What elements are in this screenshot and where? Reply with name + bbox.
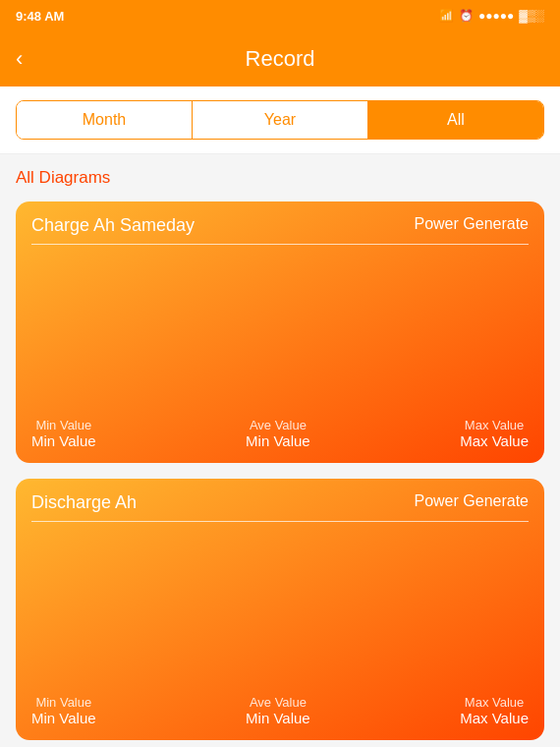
battery-icon: ▓▒░ <box>519 9 544 23</box>
card-header-discharge: Discharge Ah Power Generate <box>31 492 529 522</box>
card-footer-discharge: Min Value Min Value Ave Value Min Value … <box>31 695 529 726</box>
signal-icon: ●●●●● <box>478 9 514 23</box>
stat-min-top-label-discharge: Min Value <box>35 695 91 710</box>
stat-ave-bottom-label-charge: Min Value <box>246 432 310 449</box>
bluetooth-icon: 📶 <box>439 9 454 23</box>
chart-area-charge <box>31 253 529 410</box>
card-header-charge: Charge Ah Sameday Power Generate <box>31 215 529 245</box>
stat-ave-top-label-discharge: Ave Value <box>250 695 307 710</box>
card-subtitle-charge: Power Generate <box>414 215 529 233</box>
segment-all[interactable]: All <box>368 101 543 139</box>
stat-max-top-label-charge: Max Value <box>465 418 524 432</box>
discharge-card: Discharge Ah Power Generate Min Value Mi… <box>16 479 544 740</box>
stat-ave-top-label-charge: Ave Value <box>250 418 307 432</box>
stat-min-top-label-charge: Min Value <box>35 418 91 432</box>
card-footer-charge: Min Value Min Value Ave Value Min Value … <box>31 418 529 449</box>
stat-min-charge: Min Value Min Value <box>31 418 96 449</box>
segment-control: Month Year All <box>16 100 544 140</box>
charge-card: Charge Ah Sameday Power Generate Min Val… <box>16 201 544 463</box>
status-bar: 9:48 AM 📶 ⏰ ●●●●● ▓▒░ <box>0 0 560 31</box>
status-time: 9:48 AM <box>16 9 64 24</box>
page-title: Record <box>246 46 315 72</box>
stat-min-bottom-label-charge: Min Value <box>31 432 96 449</box>
header: ‹ Record <box>0 31 560 86</box>
card-title-discharge: Discharge Ah <box>31 492 137 513</box>
stat-max-discharge: Max Value Max Value <box>460 695 529 726</box>
segment-year[interactable]: Year <box>193 101 368 139</box>
content-area: All Diagrams Charge Ah Sameday Power Gen… <box>0 154 560 746</box>
card-subtitle-discharge: Power Generate <box>414 492 529 510</box>
stat-max-bottom-label-charge: Max Value <box>460 432 529 449</box>
alarm-icon: ⏰ <box>459 9 474 23</box>
stat-ave-charge: Ave Value Min Value <box>246 418 310 449</box>
status-icons: 📶 ⏰ ●●●●● ▓▒░ <box>439 9 544 23</box>
stat-ave-bottom-label-discharge: Min Value <box>246 710 310 726</box>
chart-area-discharge <box>31 530 529 687</box>
stat-min-discharge: Min Value Min Value <box>31 695 96 726</box>
segment-month[interactable]: Month <box>17 101 193 139</box>
segment-container: Month Year All <box>0 86 560 154</box>
stat-min-bottom-label-discharge: Min Value <box>31 710 96 726</box>
stat-max-bottom-label-discharge: Max Value <box>460 710 529 726</box>
stat-max-charge: Max Value Max Value <box>460 418 529 449</box>
section-title: All Diagrams <box>16 168 544 188</box>
back-button[interactable]: ‹ <box>16 46 23 72</box>
card-title-charge: Charge Ah Sameday <box>31 215 195 236</box>
stat-max-top-label-discharge: Max Value <box>465 695 524 710</box>
stat-ave-discharge: Ave Value Min Value <box>246 695 310 726</box>
